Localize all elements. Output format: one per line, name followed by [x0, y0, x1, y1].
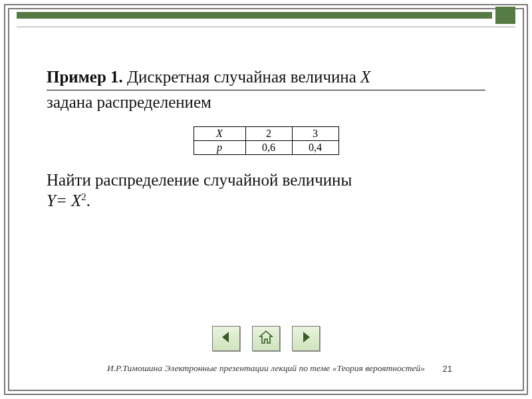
task-line-1: Найти распределение случайной величины [47, 170, 485, 190]
footer-text: И.Р.Тимошина Электронные презентации лек… [0, 363, 532, 374]
decorative-top-rule [17, 27, 515, 27]
heading-line-2: задана распределением [47, 92, 485, 112]
heading-underline [47, 90, 485, 90]
decorative-top-square [495, 7, 515, 24]
distribution-table: X 2 3 p 0,6 0,4 [194, 126, 339, 155]
table-cell: 3 [292, 126, 338, 140]
table-row-label: X [194, 126, 245, 140]
heading-line-1: Пример 1. Дискретная случайная величина … [47, 66, 485, 87]
heading-rest: Дискретная случайная величина [123, 68, 360, 86]
heading-variable: Х [360, 68, 370, 86]
table-row: X 2 3 [194, 126, 338, 140]
svg-marker-2 [303, 332, 310, 342]
task-line-2: Y= X2. [47, 190, 485, 211]
home-button[interactable] [252, 326, 280, 351]
arrow-left-icon [218, 329, 234, 348]
svg-marker-0 [222, 332, 229, 342]
heading-bold: Пример 1. [47, 68, 123, 86]
home-icon [258, 329, 274, 348]
task-text: Найти распределение случайной величины Y… [47, 170, 485, 211]
svg-marker-1 [260, 331, 272, 343]
decorative-top-bar [17, 12, 492, 19]
arrow-right-icon [298, 329, 314, 348]
slide-content: Пример 1. Дискретная случайная величина … [47, 66, 485, 211]
table-row-label: p [194, 140, 245, 154]
prev-button[interactable] [212, 326, 240, 351]
table-cell: 0,6 [245, 140, 292, 154]
page-number: 21 [443, 364, 452, 374]
table-cell: 0,4 [292, 140, 338, 154]
nav-buttons [0, 326, 532, 351]
table-row: p 0,6 0,4 [194, 140, 338, 154]
table-cell: 2 [245, 126, 292, 140]
next-button[interactable] [292, 326, 320, 351]
